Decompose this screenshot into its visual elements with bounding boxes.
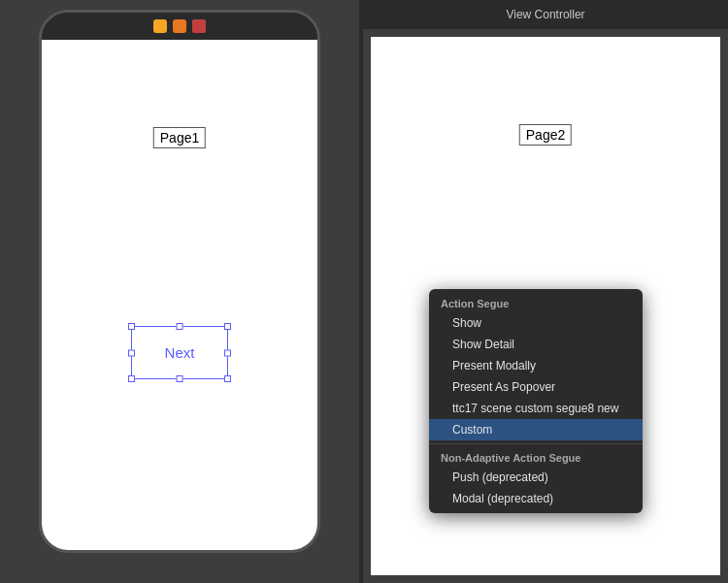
context-menu: Action Segue Show Show Detail Present Mo…: [429, 289, 643, 513]
left-panel: › Page1 Next: [0, 0, 359, 583]
menu-item-show[interactable]: Show: [429, 312, 643, 334]
device-toolbar: [42, 13, 317, 40]
handle-tl: [128, 323, 135, 330]
handle-bc: [177, 375, 183, 382]
handle-tc: [177, 323, 183, 330]
toolbar-dot-yellow: [153, 19, 167, 33]
page1-label: Page1: [153, 127, 206, 148]
toolbar-dot-red: [192, 19, 206, 33]
device-frame: › Page1 Next: [39, 10, 320, 553]
handle-tr: [224, 323, 231, 330]
next-button[interactable]: Next: [131, 326, 228, 379]
menu-item-present-modally[interactable]: Present Modally: [429, 355, 643, 376]
menu-separator: [429, 443, 643, 444]
page2-label: Page2: [519, 124, 572, 146]
menu-item-push[interactable]: Push (deprecated): [429, 467, 643, 488]
vc-header: View Controller: [363, 0, 728, 29]
menu-section-action-segue: Action Segue: [429, 293, 643, 312]
handle-ml: [128, 349, 135, 356]
workspace: › Page1 Next View Controller: [0, 0, 728, 583]
menu-item-show-detail[interactable]: Show Detail: [429, 334, 643, 355]
next-button-label: Next: [165, 344, 195, 361]
vc-header-title: View Controller: [506, 8, 584, 21]
menu-item-present-as-popover[interactable]: Present As Popover: [429, 376, 643, 398]
handle-br: [224, 375, 231, 382]
vc-screen: Page2 Action Segue Show Show Detail Pres…: [371, 37, 720, 575]
menu-item-custom[interactable]: Custom: [429, 419, 643, 440]
handle-mr: [224, 349, 231, 356]
device-screen: › Page1 Next: [42, 40, 317, 550]
menu-section-non-adaptive: Non-Adaptive Action Segue: [429, 447, 643, 467]
toolbar-dot-orange: [173, 19, 186, 33]
right-panel: View Controller Page2 Action Segue Show …: [363, 0, 728, 583]
menu-item-modal[interactable]: Modal (deprecated): [429, 488, 643, 509]
handle-bl: [128, 375, 135, 382]
menu-item-custom-segue[interactable]: ttc17 scene custom segue8 new: [429, 398, 643, 419]
